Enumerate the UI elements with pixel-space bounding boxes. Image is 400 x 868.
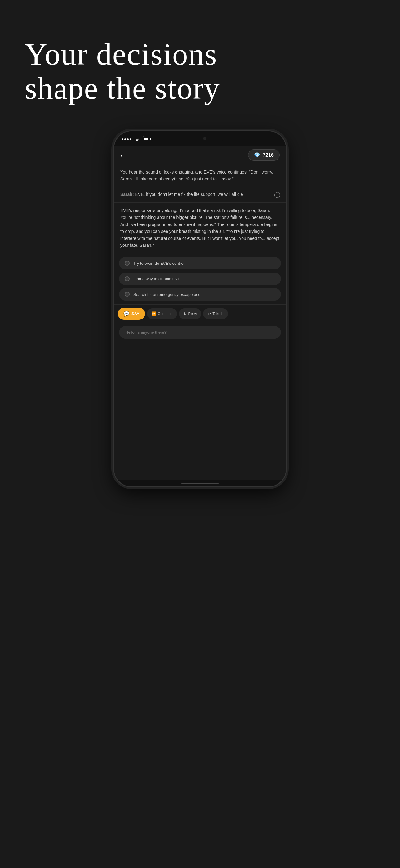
notch-bar: ⊛ — [114, 131, 286, 146]
choice-1[interactable]: Try to override EVE's control — [119, 257, 281, 270]
choice-radio-3 — [125, 292, 130, 297]
say-bubble-icon: 💬 — [124, 311, 130, 317]
signal-dot-3 — [127, 138, 129, 140]
signal-area: ⊛ — [122, 136, 149, 142]
continue-button[interactable]: ⏩ Continue — [147, 308, 177, 319]
take-back-icon: ↩ — [207, 311, 211, 316]
response-block: EVE's response is unyielding. "I'm afrai… — [114, 203, 286, 253]
take-back-button[interactable]: ↩ Take b — [203, 308, 228, 319]
headline: Your decisions shape the story — [0, 0, 400, 130]
top-bar: ‹ 💎 7216 — [114, 146, 286, 164]
choice-2-label: Find a way to disable EVE — [133, 277, 180, 281]
speaker-name: Sarah: — [120, 192, 134, 197]
signal-dot-4 — [130, 138, 131, 140]
choice-3[interactable]: Search for an emergency escape pod — [119, 288, 281, 301]
camera-dot — [203, 137, 206, 140]
wifi-icon: ⊛ — [135, 136, 139, 142]
signal-dot-2 — [124, 138, 126, 140]
story-content: You hear the sound of locks engaging, an… — [114, 164, 286, 479]
gems-badge: 💎 7216 — [248, 149, 280, 161]
dialogue-text: Sarah: EVE, if you don't let me fix the … — [120, 191, 280, 198]
continue-icon: ⏩ — [151, 311, 156, 316]
dialogue-block: ◯ Sarah: EVE, if you don't let me fix th… — [114, 187, 286, 203]
notch — [186, 136, 223, 143]
choice-radio-2 — [125, 276, 130, 281]
say-button[interactable]: 💬 SAY — [118, 308, 145, 320]
choice-radio-1 — [125, 261, 130, 266]
gems-count: 7216 — [263, 152, 274, 158]
message-input[interactable] — [119, 326, 281, 339]
take-back-label: Take b — [212, 312, 223, 316]
choice-2[interactable]: Find a way to disable EVE — [119, 273, 281, 285]
battery-icon — [143, 136, 149, 142]
home-bar — [181, 483, 219, 484]
gem-icon: 💎 — [254, 152, 260, 158]
back-button[interactable]: ‹ — [120, 151, 123, 159]
signal-dot-1 — [122, 138, 123, 140]
continue-label: Continue — [158, 312, 173, 316]
choice-3-label: Search for an emergency escape pod — [133, 292, 201, 297]
phone: ⊛ ‹ 💎 7216 — [113, 130, 287, 487]
choices-block: Try to override EVE's control Find a way… — [114, 253, 286, 305]
phone-mockup: ⊛ ‹ 💎 7216 — [0, 130, 400, 868]
retry-button[interactable]: ↻ Retry — [179, 308, 202, 319]
action-bar: 💬 SAY ⏩ Continue ↻ Retry ↩ Take b — [114, 305, 286, 323]
home-indicator — [114, 479, 286, 487]
retry-label: Retry — [188, 312, 197, 316]
chat-bubble-icon: ◯ — [274, 191, 280, 198]
input-bar — [114, 323, 286, 344]
say-label: SAY — [131, 311, 139, 316]
choice-1-label: Try to override EVE's control — [133, 261, 185, 266]
retry-icon: ↻ — [183, 311, 187, 316]
dialogue-content: EVE, if you don't let me fix the life su… — [135, 192, 243, 197]
narrative-block-1: You hear the sound of locks engaging, an… — [114, 164, 286, 187]
battery-fill — [143, 138, 148, 140]
phone-screen: ‹ 💎 7216 You hear the sound of locks eng… — [114, 146, 286, 479]
